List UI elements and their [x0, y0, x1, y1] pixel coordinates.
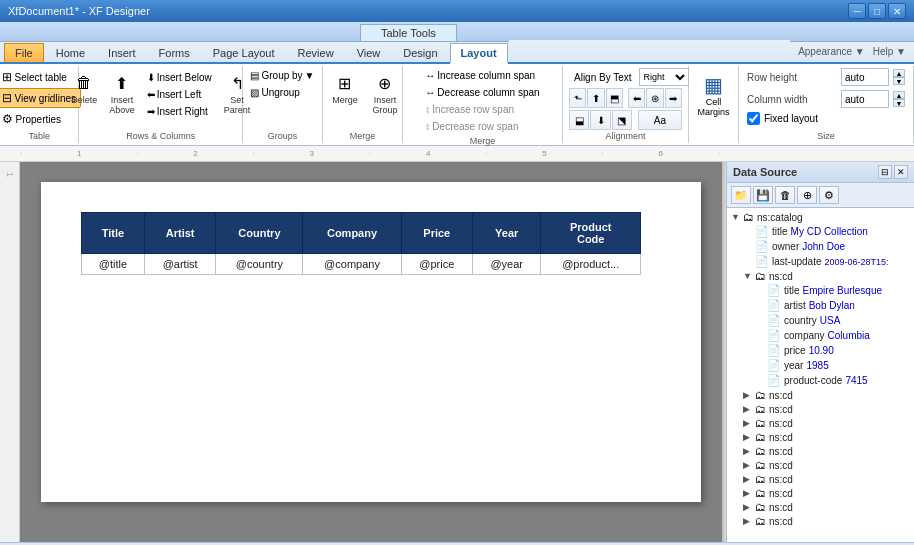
tree-cd-productcode[interactable]: 📄 product-code 7415 — [729, 373, 912, 388]
maximize-button[interactable]: □ — [868, 3, 886, 19]
col-width-input[interactable] — [841, 90, 889, 108]
increase-col-span-button[interactable]: ↔ Increase column span — [420, 68, 544, 83]
tree-nscd-1[interactable]: ▼ 🗂 ns:cd — [729, 269, 912, 283]
tab-design[interactable]: Design — [392, 43, 448, 62]
expand-catalog-icon[interactable]: ▼ — [731, 212, 743, 222]
tree-cd-title[interactable]: 📄 title Empire Burlesque — [729, 283, 912, 298]
align-top-center-button[interactable]: ⬆ — [587, 88, 604, 108]
tree-nscd-3[interactable]: ▶ 🗂 ns:cd — [729, 402, 912, 416]
expand-cd7-icon[interactable]: ▶ — [743, 460, 755, 470]
insert-below-button[interactable]: ⬇ Insert Below — [142, 70, 217, 85]
insert-group-button[interactable]: ⊕ InsertGroup — [369, 68, 401, 129]
insert-right-button[interactable]: ➡ Insert Right — [142, 104, 217, 119]
ds-add-button[interactable]: ⊕ — [797, 186, 817, 204]
delete-icon: 🗑 — [72, 71, 96, 95]
row-height-input[interactable] — [841, 68, 889, 86]
tree-nscd-5[interactable]: ▶ 🗂 ns:cd — [729, 430, 912, 444]
tree-lastupdate-node[interactable]: 📄 last-update 2009-06-28T15: — [729, 254, 912, 269]
expand-cd3-icon[interactable]: ▶ — [743, 404, 755, 414]
decrease-row-span-button[interactable]: ↕ Decrease row span — [420, 119, 544, 134]
expand-cd9-icon[interactable]: ▶ — [743, 488, 755, 498]
expand-cd8-icon[interactable]: ▶ — [743, 474, 755, 484]
tree-nscd-10[interactable]: ▶ 🗂 ns:cd — [729, 500, 912, 514]
align-top-right-button[interactable]: ⬒ — [606, 88, 623, 108]
tree-nscd-6[interactable]: ▶ 🗂 ns:cd — [729, 444, 912, 458]
expand-cd6-icon[interactable]: ▶ — [743, 446, 755, 456]
ds-delete-button[interactable]: 🗑 — [775, 186, 795, 204]
ungroup-button[interactable]: ▧ Ungroup — [245, 85, 319, 100]
ds-save-button[interactable]: 💾 — [753, 186, 773, 204]
tree-title-node[interactable]: 📄 title My CD Collection — [729, 224, 912, 239]
tab-page-layout[interactable]: Page Layout — [202, 43, 286, 62]
tree-ns-catalog[interactable]: ▼ 🗂 ns:catalog — [729, 210, 912, 224]
row-height-row: Row height ▲ ▼ — [747, 68, 905, 86]
align-bot-right-button[interactable]: ⬔ — [612, 110, 632, 130]
row-height-up[interactable]: ▲ — [893, 69, 905, 77]
expand-cd10-icon[interactable]: ▶ — [743, 502, 755, 512]
merge-button[interactable]: ⊞ Merge — [329, 68, 361, 129]
delete-button[interactable]: 🗑 Delete — [66, 68, 102, 108]
alignment-combo[interactable]: Right Left Center Justify — [639, 68, 689, 86]
align-top-left-button[interactable]: ⬑ — [569, 88, 586, 108]
ds-settings-button[interactable]: ⚙ — [819, 186, 839, 204]
col-width-down[interactable]: ▼ — [893, 99, 905, 107]
insert-above-button[interactable]: ⬆ InsertAbove — [104, 68, 140, 118]
span-content: ↔ Increase column span ↔ Decrease column… — [420, 68, 544, 134]
panel-close-button[interactable]: ✕ — [894, 165, 908, 179]
row-height-down[interactable]: ▼ — [893, 77, 905, 85]
expand-cd2-icon[interactable]: ▶ — [743, 390, 755, 400]
tab-forms[interactable]: Forms — [148, 43, 201, 62]
tree-owner-node[interactable]: 📄 owner John Doe — [729, 239, 912, 254]
ribbon-group-merge: ⊞ Merge ⊕ InsertGroup Merge — [323, 66, 403, 143]
col-width-up[interactable]: ▲ — [893, 91, 905, 99]
align-mid-center-button[interactable]: ⊛ — [646, 88, 663, 108]
close-button[interactable]: ✕ — [888, 3, 906, 19]
cell-margins-button[interactable]: ▦ CellMargins — [691, 68, 737, 122]
title-bar: XfDocument1* - XF Designer ─ □ ✕ — [0, 0, 914, 22]
tree-nscd-8[interactable]: ▶ 🗂 ns:cd — [729, 472, 912, 486]
tab-insert[interactable]: Insert — [97, 43, 147, 62]
align-mid-right-button[interactable]: ➡ — [665, 88, 682, 108]
tab-layout[interactable]: Layout — [450, 43, 508, 64]
table-tools-label: Table Tools — [360, 24, 457, 41]
tab-file[interactable]: File — [4, 43, 44, 62]
tree-nscd-7[interactable]: ▶ 🗂 ns:cd — [729, 458, 912, 472]
tab-view[interactable]: View — [346, 43, 392, 62]
decrease-col-span-button[interactable]: ↔ Decrease column span — [420, 85, 544, 100]
ungroup-icon: ▧ — [250, 87, 259, 98]
help-menu[interactable]: Help ▼ — [873, 46, 906, 57]
increase-row-span-button[interactable]: ↕ Increase row span — [420, 102, 544, 117]
group-by-button[interactable]: ▤ Group by ▼ — [245, 68, 319, 83]
expand-cd1-icon[interactable]: ▼ — [743, 271, 755, 281]
align-bot-center-button[interactable]: ⬇ — [590, 110, 610, 130]
tab-review[interactable]: Review — [287, 43, 345, 62]
tree-cd-price[interactable]: 📄 price 10.90 — [729, 343, 912, 358]
tree-cd-year[interactable]: 📄 year 1985 — [729, 358, 912, 373]
fixed-layout-checkbox[interactable] — [747, 112, 760, 125]
expand-cd5-icon[interactable]: ▶ — [743, 432, 755, 442]
panel-pin-button[interactable]: ⊟ — [878, 165, 892, 179]
tree-nscd-2[interactable]: ▶ 🗂 ns:cd — [729, 388, 912, 402]
tree-nscd-11[interactable]: ▶ 🗂 ns:cd — [729, 514, 912, 528]
tree-cd-artist[interactable]: 📄 artist Bob Dylan — [729, 298, 912, 313]
align-mid-left-button[interactable]: ⬅ — [628, 88, 645, 108]
expand-cd4-icon[interactable]: ▶ — [743, 418, 755, 428]
appearance-menu[interactable]: Appearance ▼ — [798, 46, 865, 57]
tree-nscd-9[interactable]: ▶ 🗂 ns:cd — [729, 486, 912, 500]
datasource-tree[interactable]: ▼ 🗂 ns:catalog 📄 title My CD Collection … — [727, 208, 914, 542]
tree-nscd-4[interactable]: ▶ 🗂 ns:cd — [729, 416, 912, 430]
minimize-button[interactable]: ─ — [848, 3, 866, 19]
align-text-btn[interactable]: Aa — [638, 110, 682, 130]
tab-home[interactable]: Home — [45, 43, 96, 62]
tree-cd-company[interactable]: 📄 company Columbia — [729, 328, 912, 343]
align-by-text-button[interactable]: Align By Text — [569, 70, 637, 85]
align-bot-left-button[interactable]: ⬓ — [569, 110, 589, 130]
ds-folder-button[interactable]: 📁 — [731, 186, 751, 204]
tree-cd-country[interactable]: 📄 country USA — [729, 313, 912, 328]
table-header-company: Company — [303, 213, 401, 254]
expand-cd11-icon[interactable]: ▶ — [743, 516, 755, 526]
title-leaf-icon: 📄 — [755, 225, 769, 238]
cd-year-icon: 📄 — [767, 359, 781, 372]
insert-left-button[interactable]: ⬅ Insert Left — [142, 87, 217, 102]
canvas-area[interactable]: Title Artist Country Company Price Year … — [20, 162, 722, 542]
